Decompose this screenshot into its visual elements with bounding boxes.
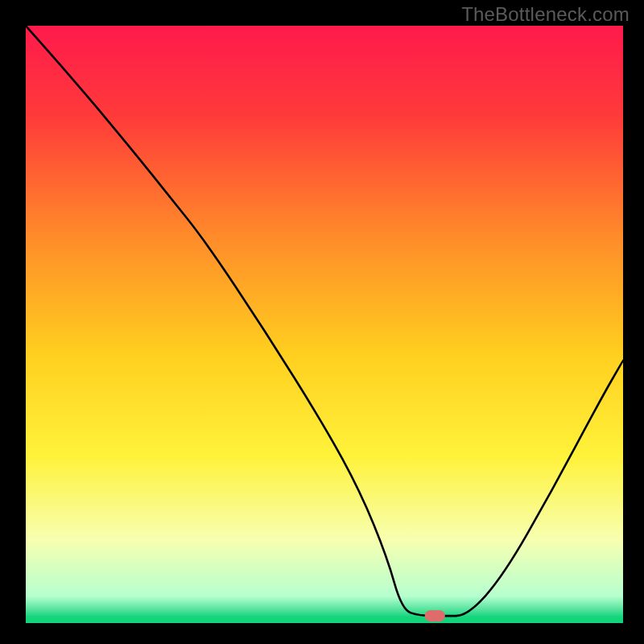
optimal-marker: [425, 610, 445, 621]
gradient-background: [26, 26, 623, 623]
chart-container: TheBottleneck.com: [0, 0, 644, 644]
plot-area: [26, 26, 623, 623]
chart-svg: [26, 26, 623, 623]
watermark-text: TheBottleneck.com: [461, 3, 630, 26]
